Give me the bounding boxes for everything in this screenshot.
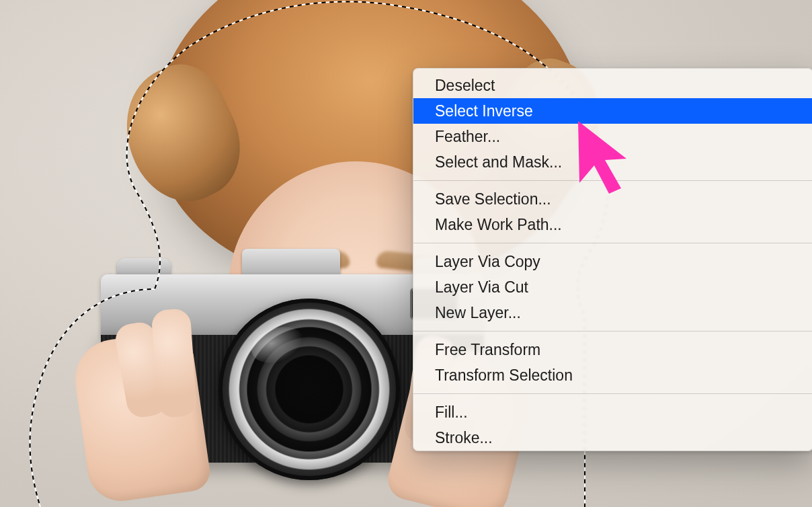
menu-item-new-layer[interactable]: New Layer... [413,300,812,325]
menu-separator [413,331,812,332]
menu-item-transform-selection[interactable]: Transform Selection [413,362,812,388]
menu-separator [413,180,812,181]
photo-canvas[interactable]: DeselectSelect InverseFeather...Select a… [0,0,812,507]
menu-item-select-and-mask[interactable]: Select and Mask... [413,149,812,175]
menu-item-select-inverse[interactable]: Select Inverse [413,98,812,124]
menu-separator [413,243,812,243]
menu-separator [413,393,812,394]
context-menu[interactable]: DeselectSelect InverseFeather...Select a… [413,68,812,451]
menu-item-free-transform[interactable]: Free Transform [413,337,812,362]
menu-item-save-selection[interactable]: Save Selection... [413,186,812,212]
menu-item-fill[interactable]: Fill... [413,399,812,425]
menu-item-layer-via-cut[interactable]: Layer Via Cut [413,274,812,300]
menu-item-make-work-path[interactable]: Make Work Path... [413,212,812,237]
menu-item-deselect[interactable]: Deselect [413,73,812,98]
menu-item-feather[interactable]: Feather... [413,124,812,149]
subject-finger [151,308,197,418]
menu-item-stroke[interactable]: Stroke... [413,425,812,451]
camera-lens [218,299,400,480]
menu-item-layer-via-copy[interactable]: Layer Via Copy [413,249,812,274]
